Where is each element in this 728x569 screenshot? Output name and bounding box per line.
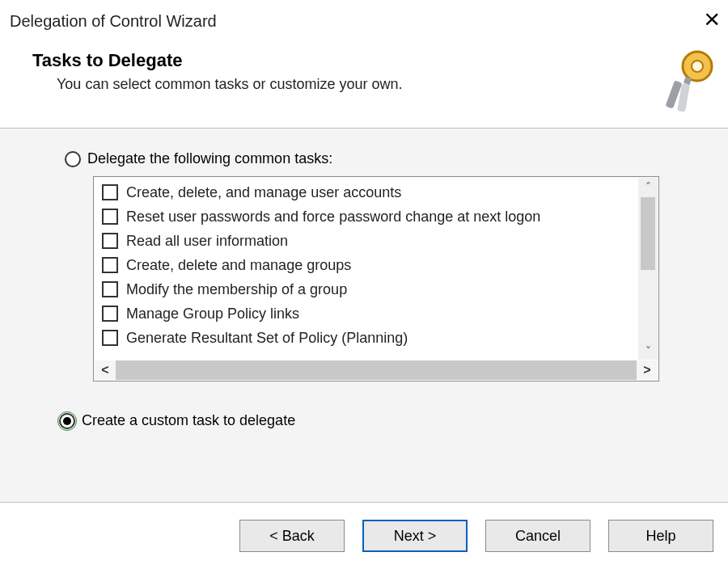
close-icon[interactable]: ×: [704, 5, 720, 32]
radio-common-tasks-label: Delegate the following common tasks:: [87, 150, 332, 167]
task-item[interactable]: Modify the membership of a group: [102, 277, 658, 301]
page-title: Tasks to Delegate: [32, 50, 728, 71]
task-label: Create, delete and manage groups: [126, 257, 351, 274]
wizard-window: Delegation of Control Wizard × Tasks to …: [0, 0, 728, 569]
task-label: Generate Resultant Set of Policy (Planni…: [126, 330, 408, 347]
vertical-scrollbar[interactable]: ˄ ˅: [638, 178, 658, 360]
radio-custom-task-label: Create a custom task to delegate: [82, 412, 295, 429]
common-tasks-listbox[interactable]: Create, delete, and manage user accounts…: [93, 176, 659, 381]
titlebar: Delegation of Control Wizard: [0, 0, 728, 42]
checkbox-icon[interactable]: [102, 209, 118, 225]
task-item[interactable]: Create, delete and manage groups: [102, 253, 658, 277]
horizontal-scrollbar[interactable]: < >: [95, 360, 658, 380]
radio-custom-task[interactable]: Create a custom task to delegate: [59, 412, 295, 429]
help-button[interactable]: Help: [608, 520, 713, 552]
checkbox-icon[interactable]: [102, 281, 118, 297]
checkbox-icon[interactable]: [102, 233, 118, 249]
checkbox-icon[interactable]: [102, 306, 118, 322]
svg-point-1: [692, 61, 703, 72]
task-label: Create, delete, and manage user accounts: [126, 184, 401, 201]
task-label: Modify the membership of a group: [126, 281, 347, 298]
scroll-down-icon[interactable]: ˅: [638, 342, 658, 360]
hscrollbar-track[interactable]: [116, 360, 637, 380]
checkbox-icon[interactable]: [102, 257, 118, 273]
page-subtitle: You can select common tasks or customize…: [32, 76, 728, 93]
back-button[interactable]: < Back: [239, 520, 345, 552]
task-item[interactable]: Reset user passwords and force password …: [102, 204, 658, 229]
scroll-left-icon[interactable]: <: [95, 360, 116, 380]
task-item[interactable]: Generate Resultant Set of Policy (Planni…: [102, 326, 658, 350]
wizard-header: Tasks to Delegate You can select common …: [0, 45, 728, 126]
task-label: Read all user information: [126, 233, 288, 250]
task-label: Reset user passwords and force password …: [126, 209, 540, 225]
scrollbar-thumb[interactable]: [641, 197, 655, 270]
keys-icon: [660, 48, 718, 113]
scroll-up-icon[interactable]: ˄: [638, 178, 658, 196]
radio-icon: [65, 151, 81, 167]
checkbox-icon[interactable]: [102, 184, 118, 200]
wizard-buttons: < Back Next > Cancel Help: [0, 503, 728, 569]
task-label: Manage Group Policy links: [126, 306, 299, 322]
checkbox-icon[interactable]: [102, 330, 118, 346]
task-item[interactable]: Manage Group Policy links: [102, 301, 658, 326]
radio-common-tasks[interactable]: Delegate the following common tasks:: [65, 150, 332, 167]
window-title: Delegation of Control Wizard: [10, 12, 217, 31]
next-button[interactable]: Next >: [362, 520, 468, 552]
radio-icon: [59, 413, 75, 429]
task-item[interactable]: Read all user information: [102, 229, 658, 253]
task-list: Create, delete, and manage user accounts…: [94, 177, 658, 381]
task-item[interactable]: Create, delete, and manage user accounts: [102, 180, 658, 204]
cancel-button[interactable]: Cancel: [485, 520, 590, 552]
scroll-right-icon[interactable]: >: [637, 360, 658, 380]
